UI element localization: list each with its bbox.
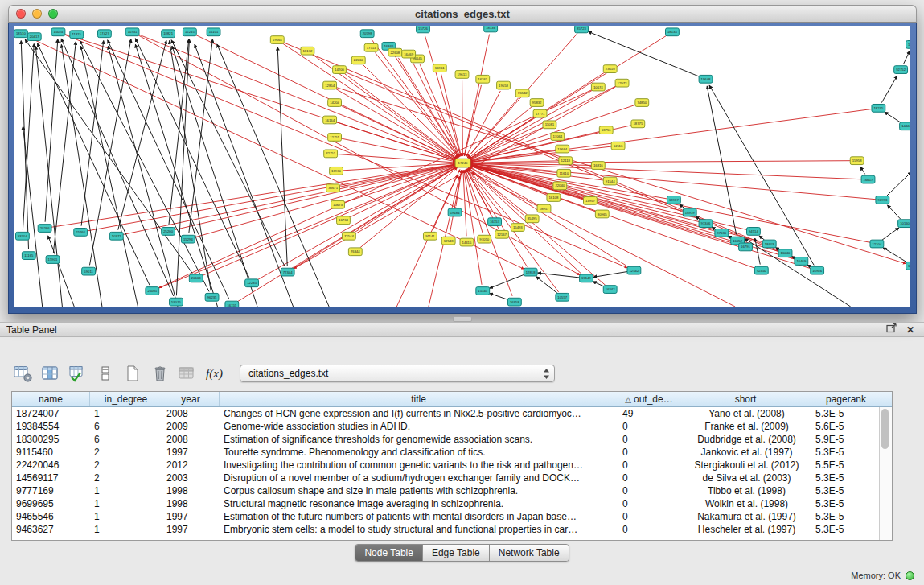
column-header-name[interactable]: name xyxy=(12,392,90,406)
network-node[interactable]: 14204 xyxy=(328,99,342,107)
network-edge[interactable] xyxy=(420,64,460,156)
network-node[interactable]: 18172 xyxy=(301,47,314,55)
network-node[interactable]: 20417 xyxy=(27,33,41,41)
network-node[interactable]: 18821 xyxy=(162,30,175,38)
network-node[interactable]: 59015 xyxy=(170,298,183,306)
network-edge[interactable] xyxy=(336,87,906,263)
network-edge[interactable] xyxy=(363,64,458,158)
column-header-out_degree[interactable]: △out_de… xyxy=(618,392,680,406)
network-node[interactable]: 80965 xyxy=(595,210,609,218)
network-canvas[interactable]: 1851020417150241131517427107311882112245… xyxy=(14,26,910,307)
network-edge[interactable] xyxy=(593,271,628,277)
network-node[interactable]: 10557 xyxy=(556,293,569,301)
network-edge[interactable] xyxy=(490,274,525,288)
network-edge[interactable] xyxy=(537,273,580,278)
network-node[interactable]: 16469 xyxy=(402,50,416,58)
network-node[interactable]: 16101 xyxy=(207,28,220,36)
network-node[interactable]: 14424 xyxy=(900,122,910,130)
network-node[interactable]: 15345 xyxy=(476,287,490,295)
network-edge[interactable] xyxy=(593,282,604,287)
network-edge[interactable] xyxy=(335,89,457,159)
network-node[interactable]: 15149 xyxy=(580,274,593,282)
network-edge[interactable] xyxy=(462,80,463,156)
split-grip-icon[interactable] xyxy=(453,316,472,322)
network-node[interactable]: 16919 xyxy=(683,208,696,216)
network-node[interactable]: 20598 xyxy=(360,30,374,38)
new-column-icon[interactable] xyxy=(121,362,144,385)
split-pane-divider[interactable] xyxy=(0,315,924,322)
network-node[interactable]: 11081 xyxy=(543,121,556,129)
network-node[interactable]: 17427 xyxy=(97,30,111,38)
network-edge[interactable] xyxy=(536,277,558,294)
network-node[interactable]: 19560 xyxy=(906,41,910,49)
network-node[interactable]: 14415 xyxy=(460,238,474,246)
network-edge[interactable] xyxy=(887,172,910,196)
network-edge[interactable] xyxy=(195,35,456,160)
column-header-year[interactable]: year xyxy=(162,392,220,406)
network-edge[interactable] xyxy=(468,167,527,215)
network-node[interactable]: 11165 xyxy=(22,252,35,260)
network-node[interactable]: 72344 xyxy=(281,268,294,276)
network-node[interactable]: 94514 xyxy=(747,228,761,236)
network-node[interactable]: 93304 xyxy=(15,232,29,240)
network-node[interactable]: 18134 xyxy=(666,28,680,36)
network-node[interactable]: 19648 xyxy=(699,75,713,83)
tab-edge-table[interactable]: Edge Table xyxy=(423,545,490,561)
network-node[interactable]: 93346 xyxy=(699,220,713,228)
network-edge[interactable] xyxy=(175,165,456,230)
table-row[interactable]: 969969511998Structural magnetic resonanc… xyxy=(12,497,892,510)
network-node[interactable]: 10673 xyxy=(331,200,345,208)
network-node[interactable]: 15493 xyxy=(511,224,524,232)
network-node[interactable]: 59011 xyxy=(82,267,96,275)
network-node[interactable]: 92752 xyxy=(894,66,908,74)
network-node[interactable]: 16617 xyxy=(861,175,875,183)
import-table-icon[interactable] xyxy=(175,362,199,385)
network-edge[interactable] xyxy=(108,46,178,307)
network-node[interactable]: 12751 xyxy=(328,134,342,142)
network-node[interactable]: 17775 xyxy=(906,262,910,270)
show-columns-icon[interactable] xyxy=(39,362,62,385)
row-height-icon[interactable] xyxy=(93,362,117,385)
network-node[interactable]: 16155 xyxy=(225,301,239,307)
network-node[interactable]: 19565 xyxy=(270,36,284,44)
network-node[interactable]: 10731 xyxy=(125,28,139,36)
zoom-window-button[interactable] xyxy=(48,9,58,19)
network-node[interactable]: 16791 xyxy=(739,243,753,251)
column-header-title[interactable]: title xyxy=(220,392,618,406)
network-node[interactable]: 12854 xyxy=(323,81,337,89)
network-edge[interactable] xyxy=(202,166,456,276)
network-node[interactable]: 22608 xyxy=(388,48,402,56)
network-node[interactable]: 16816 xyxy=(591,162,605,170)
network-node[interactable]: 16961 xyxy=(433,64,446,72)
edit-columns-icon[interactable] xyxy=(66,362,89,385)
tab-network-table[interactable]: Network Table xyxy=(490,545,569,561)
network-node[interactable]: 15294 xyxy=(181,235,195,243)
network-node[interactable]: 97050 xyxy=(478,235,491,243)
network-edge[interactable] xyxy=(217,44,329,307)
network-edge[interactable] xyxy=(860,167,864,174)
network-node[interactable]: 92450 xyxy=(754,266,768,274)
network-edge[interactable] xyxy=(707,86,736,235)
network-edge[interactable] xyxy=(158,166,457,288)
network-node[interactable]: 12548 xyxy=(441,237,455,245)
network-node[interactable]: 15024 xyxy=(51,28,65,36)
network-node[interactable]: 16946 xyxy=(811,266,824,274)
network-node[interactable]: 17064 xyxy=(551,133,565,141)
network-node[interactable]: 16958 xyxy=(507,298,521,306)
network-node[interactable]: 12167 xyxy=(495,230,509,238)
network-node[interactable]: 18775 xyxy=(631,120,645,128)
network-node[interactable]: 76344 xyxy=(348,248,362,256)
table-row[interactable]: 2242004622012Investigating the contribut… xyxy=(12,459,892,472)
network-node[interactable]: 96993 xyxy=(876,196,889,204)
network-node[interactable]: 18987 xyxy=(667,196,680,204)
network-edge[interactable] xyxy=(158,89,592,287)
network-node[interactable]: 42751 xyxy=(324,150,338,158)
network-edge[interactable] xyxy=(490,293,509,299)
network-node[interactable]: 16157 xyxy=(488,218,502,226)
network-edge[interactable] xyxy=(470,165,700,222)
network-node[interactable]: 15542 xyxy=(515,89,529,97)
network-node[interactable]: 12104 xyxy=(870,240,884,248)
network-node[interactable]: 12973 xyxy=(615,79,629,87)
table-selector-combobox[interactable]: citations_edges.txt xyxy=(240,365,555,382)
network-edge[interactable] xyxy=(23,126,42,307)
